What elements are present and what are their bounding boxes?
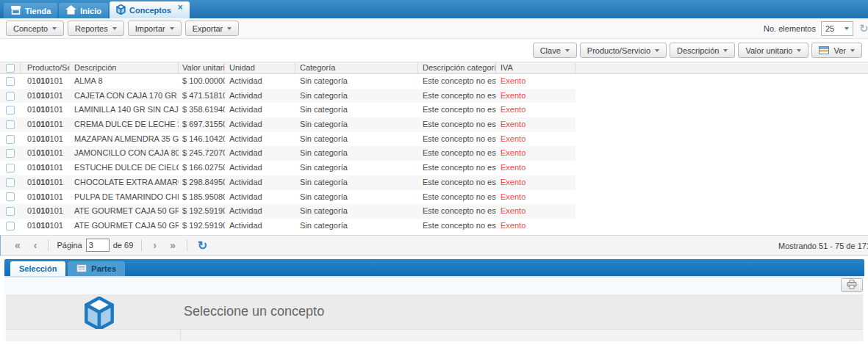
- cell-categoria: Sin categoría: [295, 161, 418, 175]
- table-row[interactable]: 01010101ATE GOURMET CAJA 50 GR$ 192.5919…: [0, 204, 575, 219]
- filter-label: Producto/Servicio: [587, 46, 650, 55]
- filter-label: Valor unitario: [745, 46, 792, 55]
- row-checkbox[interactable]: [6, 222, 15, 230]
- refresh-icon[interactable]: ↻: [859, 22, 868, 35]
- cell-iva: Exento: [496, 204, 575, 219]
- cell-iva: Exento: [496, 89, 575, 104]
- reportes-menu-button[interactable]: Reportes: [68, 21, 124, 36]
- cell-descripcion-categoria: Este concepto no est...: [418, 204, 496, 219]
- row-checkbox[interactable]: [6, 135, 15, 144]
- store-icon: [10, 5, 21, 16]
- cell-producto-servicio: 01010101: [21, 89, 70, 104]
- cell-producto-servicio: 01010101: [21, 219, 70, 233]
- column-header-descripcion-categoria[interactable]: Descripción categoría: [418, 62, 496, 73]
- row-checkbox-cell: [0, 89, 21, 104]
- cell-producto-servicio: 01010101: [21, 161, 70, 175]
- tab-inicio[interactable]: Inicio: [59, 3, 108, 18]
- tab-partes[interactable]: Partes: [68, 261, 125, 276]
- row-checkbox[interactable]: [6, 106, 15, 115]
- next-page-button[interactable]: ›: [146, 239, 163, 251]
- page-number-input[interactable]: [86, 239, 110, 252]
- cell-unidad: Actividad: [225, 146, 295, 161]
- filter-label: Clave: [540, 46, 561, 55]
- tab-seleccion[interactable]: Selección: [10, 261, 65, 276]
- table-row[interactable]: 01010101JAMONCILLO CON CAJA 80 GR$ 245.7…: [0, 146, 575, 161]
- row-checkbox-cell: [0, 219, 21, 233]
- table-row[interactable]: 01010101LAMINILLA 140 GR SIN CAJA$ 358.6…: [0, 103, 575, 117]
- refresh-icon[interactable]: ↻: [192, 239, 213, 253]
- table-row[interactable]: 01010101MAZAPAN ALMENDRA 35 GR$ 146.1042…: [0, 132, 575, 147]
- caret-down-icon: [112, 27, 117, 30]
- cell-descripcion-categoria: Este concepto no est...: [418, 103, 496, 117]
- parts-icon: [76, 264, 87, 272]
- column-header-producto[interactable]: Producto/Servi...: [21, 62, 70, 73]
- cell-categoria: Sin categoría: [295, 175, 418, 190]
- grid-header-row: Producto/Servi... Descripción Valor unit…: [0, 62, 868, 74]
- table-row[interactable]: 01010101ALMA 8$ 100.000000ActividadSin c…: [0, 74, 575, 89]
- concepto-menu-button[interactable]: Concepto: [6, 21, 64, 36]
- producto-servicio-filter-button[interactable]: Producto/Servicio: [580, 43, 667, 58]
- row-checkbox[interactable]: [6, 120, 15, 129]
- select-all-checkbox[interactable]: [6, 64, 15, 73]
- table-row[interactable]: 01010101PULPA DE TAMARINDO CHILE/AZUCA..…: [0, 190, 575, 205]
- row-checkbox[interactable]: [6, 77, 15, 86]
- detail-tab-bar: Selección Partes: [4, 259, 864, 276]
- row-checkbox[interactable]: [6, 164, 15, 172]
- cell-producto-servicio: 01010101: [21, 204, 70, 219]
- cell-categoria: Sin categoría: [295, 219, 418, 233]
- column-header-iva[interactable]: IVA: [496, 62, 575, 73]
- filter-label: Descripción: [677, 46, 719, 55]
- divider: [180, 330, 181, 341]
- cell-producto-servicio: 01010101: [21, 117, 70, 132]
- close-icon[interactable]: ×: [178, 4, 183, 11]
- table-row[interactable]: 01010101CREMA DULCE DE LECHE 250 ML$ 697…: [0, 117, 575, 132]
- row-checkbox[interactable]: [6, 207, 15, 216]
- selection-panel-footer: [6, 329, 863, 341]
- cell-iva: Exento: [496, 161, 575, 175]
- column-header-valor-unitario[interactable]: Valor unitario: [179, 62, 225, 73]
- cell-unidad: Actividad: [225, 219, 295, 233]
- column-header-categoria[interactable]: Categoría: [295, 62, 418, 73]
- menu-label: Exportar: [193, 24, 223, 33]
- menu-label: Reportes: [75, 24, 108, 33]
- cell-descripcion-categoria: Este concepto no est...: [418, 74, 496, 89]
- table-row[interactable]: 01010101ATE GOURMET CAJA 50 GR$ 192.5919…: [0, 219, 575, 233]
- cell-iva: Exento: [496, 219, 575, 233]
- empty-selection-message: Seleccione un concepto: [184, 304, 324, 319]
- tab-conceptos[interactable]: Conceptos ×: [110, 1, 190, 18]
- row-checkbox[interactable]: [6, 92, 15, 101]
- tab-label: Tienda: [25, 7, 51, 15]
- cell-unidad: Actividad: [225, 89, 295, 104]
- row-checkbox[interactable]: [6, 178, 15, 187]
- cell-descripcion: CREMA DULCE DE LECHE 250 ML: [70, 117, 179, 132]
- table-row[interactable]: 01010101ESTUCHE DULCE DE CIELO 70 GR$ 16…: [0, 161, 575, 175]
- column-header-descripcion[interactable]: Descripción: [70, 62, 179, 73]
- caret-down-icon: [797, 49, 801, 52]
- importar-menu-button[interactable]: Importar: [128, 21, 182, 36]
- table-row[interactable]: 01010101CAJETA CON CAJA 170 GR$ 471.5181…: [0, 89, 575, 104]
- row-checkbox[interactable]: [6, 149, 15, 158]
- valor-unitario-filter-button[interactable]: Valor unitario: [738, 43, 808, 58]
- separator: [141, 239, 142, 251]
- first-page-button[interactable]: «: [8, 239, 27, 251]
- tab-tienda[interactable]: Tienda: [4, 3, 57, 18]
- menu-label: Concepto: [13, 24, 48, 33]
- printer-icon: [847, 280, 857, 291]
- column-header-unidad[interactable]: Unidad: [225, 62, 295, 73]
- row-checkbox-cell: [0, 74, 21, 89]
- elements-count-select[interactable]: 25: [821, 21, 853, 36]
- last-page-button[interactable]: »: [163, 239, 182, 251]
- table-row[interactable]: 01010101CHOCOLATE EXTRA AMARGO CHICO ...…: [0, 175, 575, 190]
- row-checkbox[interactable]: [6, 192, 15, 201]
- ver-button[interactable]: Ver: [811, 43, 862, 58]
- descripcion-filter-button[interactable]: Descripción: [670, 43, 735, 58]
- row-checkbox-cell: [0, 161, 21, 175]
- print-button[interactable]: [841, 278, 863, 292]
- main-toolbar: Concepto Reportes Importar Exportar No. …: [0, 18, 868, 39]
- prev-page-button[interactable]: ‹: [27, 239, 44, 251]
- cell-valor-unitario: $ 185.950800: [179, 190, 225, 205]
- caret-down-icon: [170, 27, 174, 30]
- exportar-menu-button[interactable]: Exportar: [185, 21, 240, 36]
- selection-panel: Seleccione un concepto: [4, 276, 864, 341]
- clave-filter-button[interactable]: Clave: [533, 43, 577, 58]
